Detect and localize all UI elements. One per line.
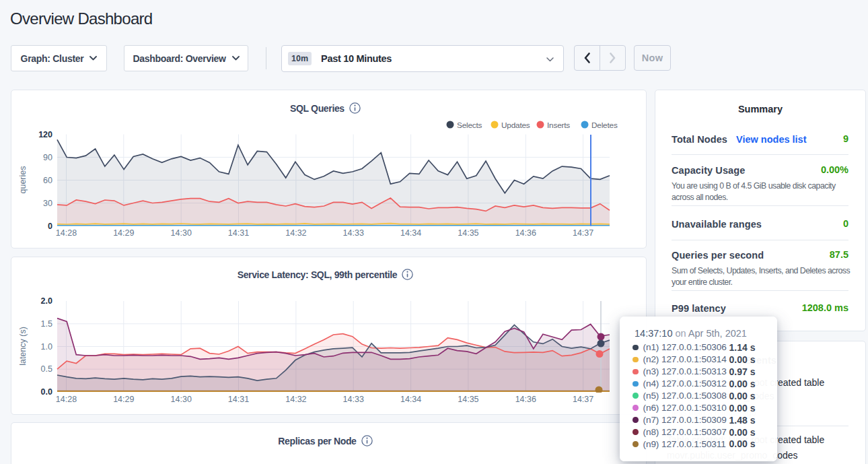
svg-text:0: 0 [48, 222, 52, 231]
svg-text:latency (s): latency (s) [18, 327, 28, 366]
svg-text:14:28: 14:28 [56, 395, 77, 404]
svg-text:14:29: 14:29 [113, 228, 134, 238]
svg-text:120: 120 [38, 130, 52, 139]
svg-text:30: 30 [43, 199, 52, 208]
svg-text:14:31: 14:31 [228, 228, 249, 238]
svg-text:0.0: 0.0 [41, 387, 52, 397]
svg-text:14:35: 14:35 [458, 395, 478, 404]
svg-text:14:30: 14:30 [171, 395, 192, 404]
svg-text:14:36: 14:36 [515, 228, 536, 238]
svg-text:90: 90 [43, 153, 52, 162]
svg-text:14:28: 14:28 [56, 228, 77, 238]
svg-text:14:34: 14:34 [400, 228, 421, 238]
svg-text:14:32: 14:32 [285, 395, 306, 404]
svg-text:14:36: 14:36 [515, 395, 536, 404]
svg-text:14:37: 14:37 [573, 395, 593, 404]
svg-text:14:35: 14:35 [458, 228, 478, 238]
svg-text:1.0: 1.0 [41, 342, 52, 352]
svg-text:60: 60 [43, 176, 52, 185]
svg-text:Inserts: Inserts [547, 121, 570, 130]
svg-text:14:29: 14:29 [113, 395, 134, 404]
svg-text:14:34: 14:34 [400, 395, 421, 404]
svg-text:14:33: 14:33 [343, 228, 364, 238]
svg-text:14:32: 14:32 [285, 228, 306, 238]
svg-text:queries: queries [18, 166, 28, 194]
svg-text:14:33: 14:33 [343, 395, 364, 404]
svg-text:1.5: 1.5 [41, 319, 52, 329]
svg-text:2.0: 2.0 [41, 296, 52, 306]
svg-text:14:37: 14:37 [573, 228, 593, 238]
svg-text:14:31: 14:31 [228, 395, 249, 404]
svg-text:0.5: 0.5 [41, 364, 52, 374]
svg-text:14:30: 14:30 [171, 228, 192, 238]
svg-text:Selects: Selects [457, 121, 482, 130]
svg-text:Deletes: Deletes [591, 121, 618, 130]
svg-text:Updates: Updates [501, 121, 530, 130]
